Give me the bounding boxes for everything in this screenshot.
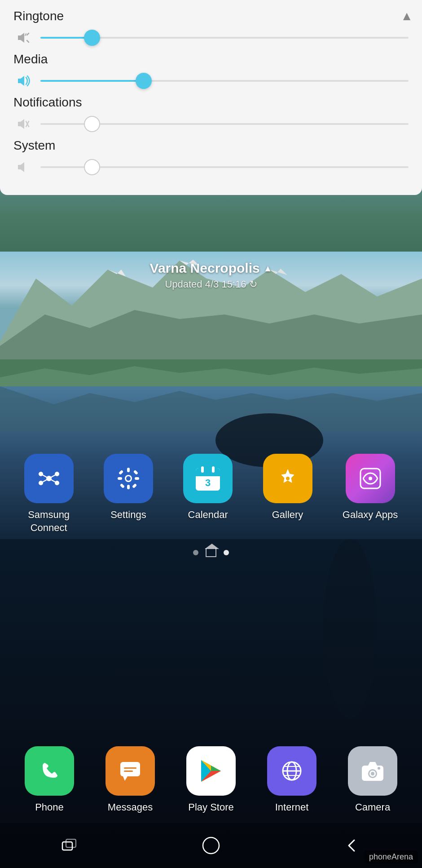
media-row: Media <box>13 52 409 91</box>
weather-updated: Updated 4/3 15:16 ↻ <box>0 279 422 290</box>
notifications-control <box>13 114 409 134</box>
weather-chevron-icon: ▲ <box>264 263 273 274</box>
phonearena-watermark: phoneArena <box>365 850 418 864</box>
media-icon <box>13 71 33 91</box>
svg-rect-36 <box>212 466 215 473</box>
messages-label: Messages <box>108 801 153 814</box>
dock-play-store[interactable]: Play Store <box>186 746 236 814</box>
home-button[interactable] <box>198 832 224 859</box>
page-dot-1 <box>193 550 198 555</box>
galaxy-apps-label: Galaxy Apps <box>343 509 398 522</box>
camera-icon <box>348 746 397 796</box>
play-store-icon <box>186 746 236 796</box>
app-calendar[interactable]: 3 Calendar <box>183 454 233 534</box>
svg-text:3: 3 <box>205 477 211 488</box>
svg-point-54 <box>371 772 374 775</box>
notifications-icon <box>13 114 33 134</box>
ringtone-icon <box>13 28 33 48</box>
recent-apps-button[interactable] <box>57 832 84 859</box>
navigation-bar <box>0 823 422 868</box>
svg-point-12 <box>323 539 377 719</box>
system-icon <box>13 157 33 177</box>
svg-line-60 <box>27 40 29 42</box>
svg-line-59 <box>27 33 29 35</box>
system-label: System <box>13 138 409 153</box>
svg-rect-56 <box>62 842 72 850</box>
svg-rect-26 <box>118 477 122 480</box>
messages-icon <box>106 746 155 796</box>
svg-point-38 <box>286 477 290 480</box>
svg-point-55 <box>378 767 380 770</box>
phone-icon <box>25 746 74 796</box>
svg-marker-42 <box>123 776 127 781</box>
notifications-row: Notifications <box>13 95 409 134</box>
camera-label: Camera <box>355 801 390 814</box>
dock-camera[interactable]: Camera <box>348 746 397 814</box>
svg-rect-24 <box>127 468 130 472</box>
calendar-label: Calendar <box>188 509 228 522</box>
dock-internet[interactable]: Internet <box>267 746 316 814</box>
svg-point-40 <box>369 477 372 480</box>
svg-rect-29 <box>133 470 138 475</box>
svg-rect-43 <box>124 767 136 769</box>
dock: Phone Messages <box>0 737 422 823</box>
ringtone-label: Ringtone <box>13 9 409 23</box>
volume-panel: ▲ Ringtone Media <box>0 0 422 195</box>
page-indicators <box>0 548 422 557</box>
svg-rect-25 <box>127 485 130 489</box>
notifications-label: Notifications <box>13 95 409 110</box>
internet-label: Internet <box>275 801 309 814</box>
gallery-label: Gallery <box>272 509 303 522</box>
svg-rect-30 <box>120 483 125 488</box>
system-control <box>13 157 409 177</box>
svg-marker-51 <box>368 762 377 766</box>
svg-rect-28 <box>119 470 123 475</box>
page-dot-3 <box>224 550 229 555</box>
page-home-indicator <box>206 548 216 557</box>
system-row: System <box>13 138 409 177</box>
app-grid: SamsungConnect Settings <box>0 454 422 534</box>
svg-rect-27 <box>135 477 139 480</box>
play-store-label: Play Store <box>188 801 234 814</box>
phone-label: Phone <box>35 801 64 814</box>
notifications-slider[interactable] <box>40 123 409 125</box>
app-settings[interactable]: Settings <box>104 454 153 534</box>
dock-phone[interactable]: Phone <box>25 746 74 814</box>
samsung-connect-icon <box>24 454 74 503</box>
app-gallery[interactable]: Gallery <box>263 454 312 534</box>
weather-widget: Varna Necropolis ▲ Updated 4/3 15:16 ↻ <box>0 261 422 290</box>
app-samsung-connect[interactable]: SamsungConnect <box>24 454 74 534</box>
svg-rect-57 <box>66 839 76 847</box>
dock-messages[interactable]: Messages <box>106 746 155 814</box>
svg-rect-34 <box>196 474 220 476</box>
ringtone-slider[interactable] <box>40 37 409 39</box>
samsung-connect-label: SamsungConnect <box>28 509 70 534</box>
updated-text: Updated 4/3 15:16 <box>165 279 246 290</box>
galaxy-apps-icon <box>346 454 395 503</box>
app-galaxy-apps[interactable]: Galaxy Apps <box>343 454 398 534</box>
back-button[interactable] <box>338 832 365 859</box>
svg-rect-58 <box>203 837 219 854</box>
svg-rect-44 <box>124 771 133 772</box>
svg-line-61 <box>25 34 26 35</box>
svg-rect-31 <box>132 483 137 488</box>
ringtone-control <box>13 28 409 48</box>
calendar-icon: 3 <box>183 454 233 503</box>
location-text: Varna Necropolis <box>150 261 260 276</box>
weather-location[interactable]: Varna Necropolis ▲ <box>0 261 422 276</box>
internet-icon <box>267 746 316 796</box>
refresh-icon[interactable]: ↻ <box>249 279 257 290</box>
svg-rect-41 <box>120 762 140 776</box>
media-control <box>13 71 409 91</box>
media-label: Media <box>13 52 409 66</box>
ringtone-row: Ringtone <box>13 9 409 48</box>
system-slider[interactable] <box>40 166 409 168</box>
settings-icon <box>104 454 153 503</box>
gallery-icon <box>263 454 312 503</box>
collapse-button[interactable]: ▲ <box>400 9 413 23</box>
svg-point-23 <box>126 476 131 481</box>
media-slider[interactable] <box>40 80 409 82</box>
settings-label: Settings <box>110 509 146 522</box>
svg-rect-35 <box>201 466 204 473</box>
